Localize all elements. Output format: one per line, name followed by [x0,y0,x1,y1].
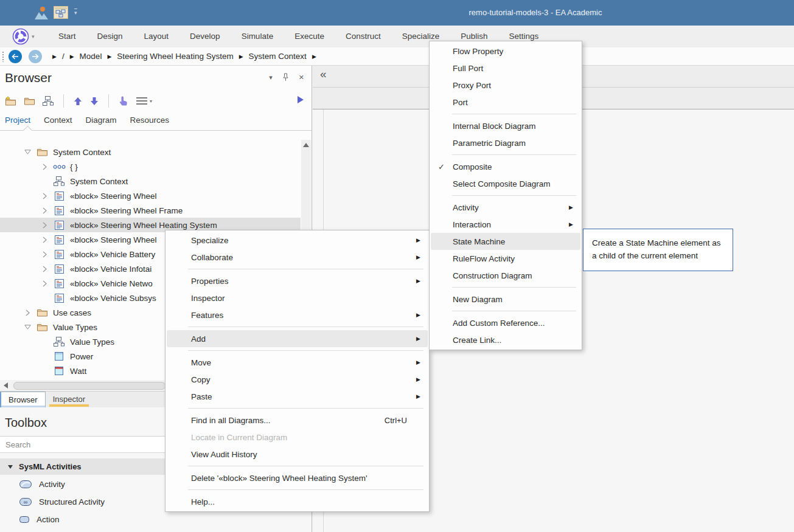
menu-item-port[interactable]: Port [431,94,580,111]
menu-item-label: Composite [453,162,492,171]
expand-closed-icon[interactable] [38,237,51,243]
menu-item-inspector[interactable]: Inspector [167,289,428,306]
tab-browser[interactable]: Browser [0,392,46,407]
expand-closed-icon[interactable] [38,266,51,272]
move-down-icon[interactable] [90,97,99,106]
menu-item-help[interactable]: Help... [167,493,428,510]
expand-closed-icon[interactable] [38,164,51,170]
menu-item-find-in-all-diagrams[interactable]: Find in all Diagrams...Ctrl+U [167,412,428,429]
tree-item-label: «block» Vehicle Infotai [70,264,151,274]
quick-access-dropdown-icon[interactable]: ▾ [74,9,77,15]
menu-item-construction-diagram[interactable]: Construction Diagram [431,267,580,284]
context-menu: Specialize▶Collaborate▶Properties▶Inspec… [165,230,430,512]
browser-tab-resources[interactable]: Resources [130,116,170,125]
menu-item-label: Move [191,358,211,367]
panel-dropdown-icon[interactable]: ▾ [269,73,273,81]
toolbox-title: Toolbox [5,416,47,430]
logo-dropdown-icon[interactable]: ▾ [32,33,35,40]
hamburger-menu-icon[interactable]: ▾ [136,97,152,105]
tree-item-label: { } [70,162,78,171]
menu-item-composite[interactable]: ✓Composite [431,158,580,175]
tree-item-block-steering-wheel[interactable]: «block» Steering Wheel [0,188,301,203]
scroll-up-icon[interactable] [303,143,309,147]
menu-item-new-diagram[interactable]: New Diagram [431,291,580,308]
expand-browser-icon[interactable] [298,96,304,103]
scroll-left-icon[interactable] [4,382,8,389]
model-window-icon[interactable] [54,6,68,19]
menu-item-copy[interactable]: Copy▶ [167,371,428,388]
expand-open-icon[interactable] [21,325,34,330]
ribbon-tab-develop[interactable]: Develop [190,26,220,47]
expand-open-icon[interactable] [21,150,34,154]
menu-item-flow-property[interactable]: Flow Property [431,43,580,60]
breadcrumb-item-steering-wheel-heating-system[interactable]: Steering Wheel Heating System [117,52,233,61]
tree-item-block-steering-wheel-frame[interactable]: «block» Steering Wheel Frame [0,203,301,218]
breadcrumb-item-[interactable]: / [62,52,64,61]
menu-item-add[interactable]: Add▶ [167,330,428,347]
menu-item-label: Construction Diagram [453,271,532,280]
pin-icon[interactable] [282,73,289,81]
menu-item-paste[interactable]: Paste▶ [167,388,428,405]
ribbon-tab-simulate[interactable]: Simulate [242,26,274,47]
toolbar-grip-icon [2,52,4,62]
locate-icon[interactable] [119,95,128,106]
close-icon[interactable]: ✕ [299,73,304,81]
ribbon-tab-layout[interactable]: Layout [144,26,169,47]
ribbon-tab-execute[interactable]: Execute [294,26,324,47]
menu-item-label: Flow Property [453,47,503,56]
menu-item-delete-block-steering-wheel-heating-system[interactable]: Delete '«block» Steering Wheel Heating S… [167,469,428,486]
breadcrumb-item-system-context[interactable]: System Context [249,52,307,61]
move-up-icon[interactable] [74,97,82,106]
nav-back-button[interactable] [9,50,22,63]
menu-item-activity[interactable]: Activity▶ [431,199,580,216]
menu-item-add-custom-reference[interactable]: Add Custom Reference... [431,314,580,331]
browser-tab-context[interactable]: Context [44,116,72,125]
menu-item-move[interactable]: Move▶ [167,354,428,371]
user-avatar-icon[interactable] [33,5,49,21]
menu-item-collaborate[interactable]: Collaborate▶ [167,249,428,266]
menu-item-label: Locate in Current Diagram [191,433,287,442]
tree-item-system-context[interactable]: System Context [0,174,301,188]
menu-item-interaction[interactable]: Interaction▶ [431,216,580,233]
menu-item-label: Properties [191,277,229,286]
menu-separator [452,311,576,311]
composite-diagram-icon[interactable] [43,96,54,106]
expand-closed-icon[interactable] [38,251,51,258]
nav-forward-button[interactable] [29,50,42,63]
app-logo-icon[interactable] [12,28,29,45]
expand-closed-icon[interactable] [38,193,51,199]
tree-item-system-context[interactable]: System Context [0,145,301,159]
menu-item-parametric-diagram[interactable]: Parametric Diagram [431,134,580,151]
svg-text:∞: ∞ [24,499,27,505]
tree-item-label: «block» Vehicle Subsys [70,294,156,303]
menu-item-features[interactable]: Features▶ [167,306,428,323]
ribbon-tab-construct[interactable]: Construct [346,26,381,47]
menu-item-full-port[interactable]: Full Port [431,60,580,77]
collapse-panel-icon[interactable]: « [320,67,327,81]
browser-tab-diagram[interactable]: Diagram [86,116,117,125]
expand-closed-icon[interactable] [38,280,51,287]
ribbon-tab-start[interactable]: Start [58,26,76,47]
expand-closed-icon[interactable] [21,309,34,316]
menu-item-state-machine[interactable]: State Machine [431,233,580,250]
menu-item-ruleflow-activity[interactable]: RuleFlow Activity [431,250,580,267]
breadcrumb-item-model[interactable]: Model [80,52,102,61]
menu-item-internal-block-diagram[interactable]: Internal Block Diagram [431,117,580,134]
tree-item-[interactable]: { } [0,159,301,174]
menu-item-create-link[interactable]: Create Link... [431,331,580,348]
menu-item-view-audit-history[interactable]: View Audit History [167,446,428,463]
expand-closed-icon[interactable] [38,222,51,229]
browser-tab-project[interactable]: Project [5,116,30,125]
menu-item-specialize[interactable]: Specialize▶ [167,232,428,249]
toolbox-item-action[interactable]: Action [0,511,312,528]
scrollbar-thumb[interactable] [13,382,165,390]
tab-inspector[interactable]: Inspector [46,392,92,407]
menu-item-properties[interactable]: Properties▶ [167,272,428,289]
menu-item-proxy-port[interactable]: Proxy Port [431,77,580,94]
package-icon[interactable] [24,97,35,105]
new-package-icon[interactable] [5,96,16,106]
expand-closed-icon[interactable] [38,207,51,214]
tree-item-label: «block» Vehicle Netwo [70,279,153,288]
ribbon-tab-design[interactable]: Design [97,26,123,47]
menu-item-select-composite-diagram[interactable]: Select Composite Diagram [431,175,580,192]
